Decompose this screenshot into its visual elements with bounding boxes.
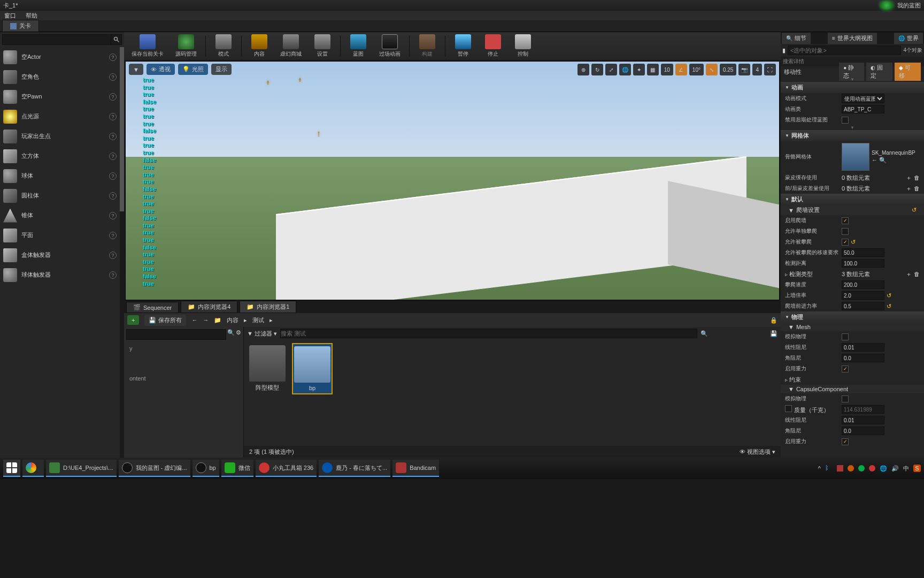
category-physics[interactable]: ▼物理 [781, 311, 924, 323]
volume-icon[interactable]: 🔊 [891, 465, 899, 472]
breadcrumb-segment[interactable]: 测试 [252, 316, 264, 324]
lock-icon[interactable]: 🔒 [770, 317, 777, 324]
allow-climbed-checkbox[interactable]: ✓ [842, 239, 849, 246]
taskbar-start[interactable] [3, 460, 20, 477]
add-element-icon[interactable]: ＋ [906, 174, 912, 182]
viewport-perspective[interactable]: 👁 透视 [147, 64, 175, 75]
capsule-angular-damping-input[interactable] [842, 427, 884, 435]
reset-icon[interactable]: ↺ [912, 207, 917, 214]
anim-mode-select[interactable]: 使用动画蓝图 [842, 94, 884, 103]
tray-icon[interactable] [837, 465, 843, 471]
tab-world-outliner[interactable]: ≡ 世界大纲视图 [828, 33, 877, 44]
eject-button[interactable]: 控制 [509, 33, 537, 59]
marketplace-button[interactable]: 虚幻商城 [275, 33, 307, 59]
mode-button[interactable]: 模式 [209, 33, 238, 59]
capsule-simulate-checkbox[interactable] [842, 396, 849, 402]
add-new-button[interactable]: + [127, 315, 139, 325]
asset-folder[interactable]: 阵型模型 [247, 343, 288, 394]
tray-icon[interactable] [869, 465, 875, 471]
network-icon[interactable]: 🌐 [880, 465, 887, 472]
enable-climb-checkbox[interactable]: ✓ [842, 217, 849, 224]
cinematics-button[interactable]: 过场动画 [374, 33, 406, 59]
help-icon[interactable]: ? [109, 93, 117, 101]
viewport-lit[interactable]: 💡 光照 [178, 64, 208, 75]
place-item-point-light[interactable]: 点光源? [0, 107, 120, 126]
detect-dist-input[interactable] [842, 259, 884, 268]
browse-icon[interactable]: 🔍 [879, 157, 887, 163]
help-icon[interactable]: ? [109, 133, 117, 140]
subcategory-climb[interactable]: ▼爬墙设置↺ [781, 205, 924, 215]
search-icon[interactable]: 🔍 [700, 330, 708, 337]
save-button[interactable]: 保存当前关卡 [126, 33, 169, 59]
transform-rotate-icon[interactable]: ↻ [591, 64, 603, 75]
help-icon[interactable]: ? [109, 54, 117, 61]
taskbar-music[interactable]: 鹿乃 - 春に落ちて... [319, 460, 390, 477]
taskbar-ue4-bp[interactable]: bp [192, 460, 219, 477]
simulate-physics-checkbox[interactable] [842, 333, 849, 340]
clear-icon[interactable]: 🗑 [914, 174, 920, 181]
clear-icon[interactable]: 🗑 [914, 185, 920, 192]
tray-icon[interactable] [848, 465, 854, 471]
taskbar-explorer[interactable]: D:\UE4_Projects\... [46, 460, 117, 477]
disable-pp-checkbox[interactable] [842, 117, 849, 124]
camera-speed-icon[interactable]: 📷 [738, 64, 750, 75]
help-icon[interactable]: ? [109, 252, 117, 259]
save-icon[interactable]: 💾 [770, 330, 777, 337]
ime-icon[interactable]: 中 [903, 465, 909, 473]
category-default[interactable]: ▼默认 [781, 194, 924, 205]
tray-icon[interactable] [858, 465, 865, 471]
category-animation[interactable]: ▼动画 [781, 82, 924, 93]
help-icon[interactable]: ? [109, 172, 117, 180]
grid-snap-value[interactable]: 10 [661, 64, 673, 75]
taskbar-chrome[interactable] [22, 460, 44, 477]
place-item-cone[interactable]: 锥体? [0, 206, 120, 225]
grid-snap-icon[interactable]: ▦ [647, 64, 659, 75]
linear-damping-input[interactable] [842, 343, 884, 352]
breadcrumb-root[interactable]: 内容 [227, 316, 238, 324]
settings-button[interactable]: 设置 [308, 33, 337, 59]
bluetooth-icon[interactable]: ᛒ [825, 465, 833, 472]
subcategory-mesh[interactable]: ▼Mesh [781, 323, 924, 331]
tab-world-settings[interactable]: 🌐 世界 [894, 33, 923, 44]
forward-rate-input[interactable] [842, 302, 884, 310]
tab-content-browser-4[interactable]: 📁内容浏览器4 [181, 301, 237, 313]
place-item-empty-actor[interactable]: 空Actor? [0, 47, 120, 67]
object-name-input[interactable] [788, 45, 901, 55]
help-icon[interactable]: ? [109, 113, 117, 120]
help-icon[interactable]: ? [109, 271, 117, 279]
view-options-button[interactable]: 👁 视图选项 ▾ [740, 448, 775, 456]
taskbar-bandicam[interactable]: Bandicam [392, 460, 439, 477]
help-icon[interactable]: ? [109, 153, 117, 160]
reset-icon[interactable]: ↺ [887, 292, 891, 299]
nav-forward-icon[interactable]: → [203, 317, 209, 323]
nav-back-icon[interactable]: ← [191, 317, 197, 323]
camera-speed-value[interactable]: 4 [752, 64, 762, 75]
tab-level[interactable]: 关卡 [2, 20, 39, 32]
wall-rate-input[interactable] [842, 291, 884, 300]
speed-req-input[interactable] [842, 248, 884, 257]
place-item-plane[interactable]: 平面? [0, 225, 120, 245]
scale-snap-value[interactable]: 0.25 [720, 64, 736, 75]
level-viewport[interactable]: ▼ 👁 透视 💡 光照 显示 ⊕ ↻ ⤢ 🌐 ✦ ▦ 10 ∠ 10° ⤡ 0 [125, 61, 780, 300]
tray-up-icon[interactable]: ^ [818, 465, 821, 471]
place-item-cylinder[interactable]: 圆柱体? [0, 186, 120, 206]
climb-speed-input[interactable] [842, 280, 884, 289]
place-item-sphere-trigger[interactable]: 球体触发器? [0, 265, 120, 285]
place-item-sphere[interactable]: 球体? [0, 166, 120, 186]
blueprint-button[interactable]: 蓝图 [344, 33, 373, 59]
coord-space-icon[interactable]: 🌐 [619, 64, 631, 75]
taskbar-xiaowan[interactable]: 小丸工具箱 236 [256, 460, 317, 477]
tab-content-browser-1[interactable]: 📁内容浏览器1 [240, 301, 296, 313]
menu-window[interactable]: 窗口 [4, 12, 16, 20]
build-button[interactable]: 构建 [413, 33, 442, 59]
place-item-player-start[interactable]: 玩家出生点? [0, 126, 120, 146]
viewport-show[interactable]: 显示 [211, 64, 232, 75]
place-item-box-trigger[interactable]: 盒体触发器? [0, 245, 120, 265]
stop-button[interactable]: 停止 [479, 33, 507, 59]
anim-class-input[interactable] [842, 105, 884, 113]
save-all-button[interactable]: 💾 保存所有 [144, 315, 186, 326]
pause-button[interactable]: 暂停 [449, 33, 478, 59]
tree-search-input[interactable] [126, 329, 226, 340]
place-item-cube[interactable]: 立方体? [0, 146, 120, 166]
place-search-input[interactable] [2, 34, 111, 45]
